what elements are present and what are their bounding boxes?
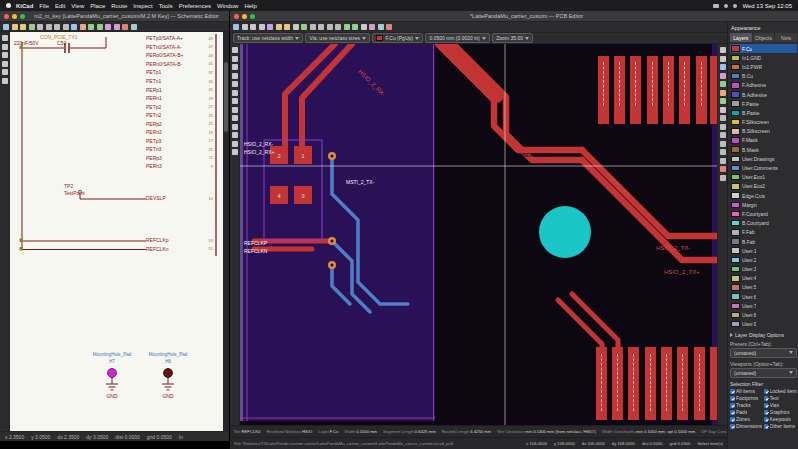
- units-mm-icon[interactable]: [232, 81, 238, 87]
- track-width-select[interactable]: Track: use netclass width: [233, 33, 303, 43]
- zoom-selection-icon[interactable]: [335, 24, 341, 30]
- minimize-button[interactable]: [242, 14, 247, 19]
- hierarchy-navigator-icon[interactable]: [71, 24, 77, 30]
- layer-row[interactable]: In2.PWR: [730, 62, 797, 71]
- net-label[interactable]: PETp2 27: [146, 102, 213, 111]
- units-inch-icon[interactable]: [2, 44, 8, 50]
- close-button[interactable]: [234, 14, 239, 19]
- layer-row[interactable]: F.Fab: [730, 228, 797, 237]
- highlight-net-icon[interactable]: [720, 64, 726, 70]
- rotate-cw-icon[interactable]: [352, 24, 358, 30]
- undo-icon[interactable]: [276, 24, 282, 30]
- control-center-icon[interactable]: [733, 4, 737, 8]
- apple-menu-icon[interactable]: [6, 3, 11, 8]
- zoom-out-icon[interactable]: [318, 24, 324, 30]
- net-label[interactable]: PETn3 15: [146, 145, 213, 154]
- net-label[interactable]: REFCLKn 55: [146, 245, 213, 254]
- zoom-out-icon[interactable]: [46, 24, 52, 30]
- menu-item[interactable]: Route: [111, 3, 127, 9]
- rotate-icon[interactable]: [88, 24, 94, 30]
- layer-row[interactable]: User.Comments: [730, 163, 797, 172]
- layer-row[interactable]: F.Paste: [730, 99, 797, 108]
- crosshair-cursor-icon[interactable]: [2, 61, 8, 67]
- appearance-tab[interactable]: Objects: [753, 33, 775, 42]
- menu-item[interactable]: Inspect: [133, 3, 152, 9]
- capacitor-ref[interactable]: C50: [57, 40, 66, 46]
- zoom-select[interactable]: Zoom 35.00: [492, 33, 533, 43]
- layer-row[interactable]: User.Eco1: [730, 173, 797, 182]
- net-label[interactable]: PERp0/SATA-B+ 43: [146, 51, 213, 60]
- menu-item[interactable]: File: [39, 3, 49, 9]
- plot-icon[interactable]: [267, 24, 273, 30]
- fullscreen-button[interactable]: [20, 14, 25, 19]
- rotate-ccw-icon[interactable]: [344, 24, 350, 30]
- menu-item[interactable]: Preferences: [179, 3, 211, 9]
- selection-filter-checkbox[interactable]: Text: [764, 395, 798, 402]
- menu-item[interactable]: View: [71, 3, 84, 9]
- layer-row[interactable]: User.Drawings: [730, 154, 797, 163]
- zoom-selection-icon[interactable]: [63, 24, 69, 30]
- layer-row[interactable]: F.Mask: [730, 136, 797, 145]
- selection-filter-checkbox[interactable]: Dimensions: [730, 423, 764, 430]
- polar-coordinates-icon[interactable]: [232, 56, 238, 62]
- add-rule-area-icon[interactable]: [720, 107, 726, 113]
- grid-visibility-icon[interactable]: [232, 47, 238, 53]
- layer-row[interactable]: User.7: [730, 301, 797, 310]
- footprint-editor-icon[interactable]: [114, 24, 120, 30]
- selection-filter-checkbox[interactable]: All items: [730, 388, 764, 395]
- via-size-select[interactable]: Via: use netclass sizes: [305, 33, 370, 43]
- layer-row[interactable]: B.Adhesive: [730, 90, 797, 99]
- testpoint-value[interactable]: TestPoint: [64, 190, 85, 196]
- layer-row[interactable]: Edge.Cuts: [730, 191, 797, 200]
- minimize-button[interactable]: [12, 14, 17, 19]
- selection-filter-checkbox[interactable]: Tracks: [730, 402, 764, 409]
- layer-display-options[interactable]: Layer Display Options: [730, 332, 797, 338]
- select-tool-icon[interactable]: [720, 47, 726, 53]
- net-label[interactable]: PERp1 31: [146, 85, 213, 94]
- testpoint-ref[interactable]: TP2: [64, 183, 73, 189]
- pcb-canvas[interactable]: 2 1 4 3: [240, 44, 717, 425]
- zoom-fit-icon[interactable]: [327, 24, 333, 30]
- redo-icon[interactable]: [284, 24, 290, 30]
- high-contrast-mode-icon[interactable]: [232, 149, 238, 155]
- group-icon[interactable]: [361, 24, 367, 30]
- menu-item[interactable]: KiCad: [16, 3, 33, 9]
- layer-row[interactable]: In1.GND: [730, 53, 797, 62]
- menu-item[interactable]: Edit: [55, 3, 65, 9]
- save-icon[interactable]: [3, 24, 9, 30]
- redo-icon[interactable]: [20, 24, 26, 30]
- net-label[interactable]: REFCLKp 53: [146, 236, 213, 245]
- layer-row[interactable]: Margin: [730, 200, 797, 209]
- units-mil-icon[interactable]: [232, 73, 238, 79]
- draw-arc-icon[interactable]: [720, 124, 726, 130]
- scrollbar-thumb[interactable]: [224, 62, 228, 132]
- net-label[interactable]: PETp1 37: [146, 68, 213, 77]
- local-ratsnest-icon[interactable]: [720, 56, 726, 62]
- menu-item[interactable]: Place: [90, 3, 105, 9]
- net-label[interactable]: PERn0/SATA-B- 41: [146, 60, 213, 69]
- crosshair-cursor-icon[interactable]: [232, 90, 238, 96]
- net-label[interactable]: PETp0/SATA-A+ 49: [146, 34, 213, 43]
- layer-row[interactable]: B.Courtyard: [730, 219, 797, 228]
- delete-tool-icon[interactable]: [720, 166, 726, 172]
- schematic-canvas[interactable]: CON_PCIE_TX1 220nF/50V C50 TP2 TestPoint…: [10, 32, 223, 431]
- drc-icon[interactable]: [386, 24, 392, 30]
- zone-fill-mode-icon[interactable]: [232, 115, 238, 121]
- track-display-mode-icon[interactable]: [232, 141, 238, 147]
- layer-row[interactable]: B.Mask: [730, 145, 797, 154]
- layer-row[interactable]: User.1: [730, 246, 797, 255]
- page-settings-icon[interactable]: [250, 24, 256, 30]
- grid-select[interactable]: 0.0500 mm (0.0020 in): [425, 33, 489, 43]
- draw-line-icon[interactable]: [720, 115, 726, 121]
- layer-row[interactable]: User.4: [730, 274, 797, 283]
- measure-tool-icon[interactable]: [720, 175, 726, 181]
- zoom-in-icon[interactable]: [37, 24, 43, 30]
- close-button[interactable]: [4, 14, 9, 19]
- add-zone-icon[interactable]: [720, 98, 726, 104]
- appearance-tab[interactable]: Layers: [730, 33, 752, 42]
- draw-polygon-icon[interactable]: [720, 141, 726, 147]
- layer-row[interactable]: B.Cu: [730, 72, 797, 81]
- layer-row[interactable]: F.Cu: [730, 44, 797, 53]
- net-label[interactable]: PETp3 17: [146, 137, 213, 146]
- layer-row[interactable]: User.9: [730, 320, 797, 329]
